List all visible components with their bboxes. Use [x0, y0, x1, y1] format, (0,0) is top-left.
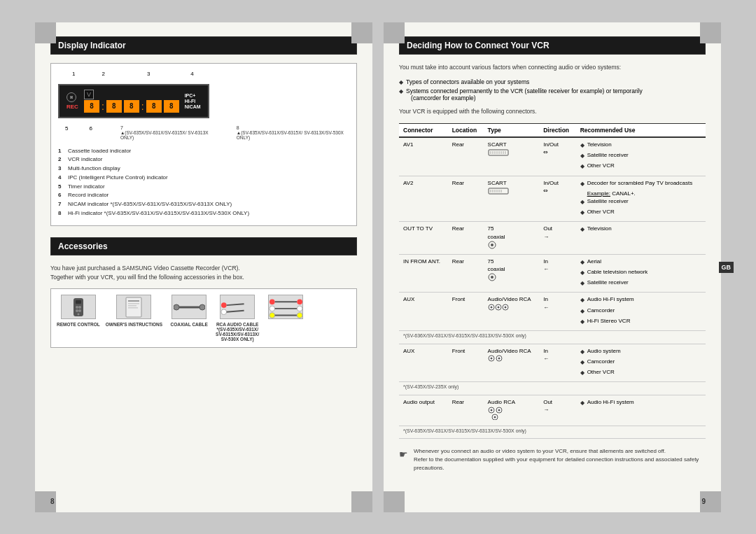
td-aux2-connector: AUX	[399, 344, 448, 382]
page-number-right: 9	[701, 498, 706, 505]
td-outtotv-type: 75coaxial	[484, 222, 540, 255]
label-6: 6	[89, 125, 92, 132]
page-number-left: 8	[50, 498, 55, 505]
svg-point-47	[491, 276, 493, 279]
rca-label: RCA AUDIO CABLE*(SV-635X/SV-631X/SV-6315…	[216, 322, 259, 342]
cassette-icon: ◙	[66, 92, 76, 102]
td-av2-use: ◆Decoder for scrambled Pay TV broadcasts…	[576, 176, 706, 222]
svg-point-4	[76, 309, 78, 312]
vcr-right-labels: IPC+ HI-FI NICAM	[185, 93, 201, 109]
connect-title: Deciding How to Connect Your VCR	[407, 41, 550, 50]
th-direction: Direction	[539, 124, 575, 138]
seg-5: 8	[164, 100, 179, 113]
td-av2-connector: AV2	[399, 176, 448, 222]
svg-point-45	[491, 244, 493, 246]
note-icon: ☛	[399, 447, 408, 472]
corner-br	[351, 491, 372, 512]
svg-point-19	[270, 300, 275, 305]
remote-label: REMOTE CONTROL	[57, 322, 100, 327]
indicator-list: 1Cassette loaded indicator 2VCR indicato…	[58, 147, 349, 218]
label-7: 7	[120, 125, 216, 130]
gb-badge: GB	[719, 262, 734, 273]
bullet-text-1: Types of connectors available on your sy…	[406, 78, 529, 85]
td-outtotv-use: ◆Television	[576, 222, 706, 255]
equipped-text: Your VCR is equipped with the following …	[399, 107, 706, 116]
td-audioout-direction: Out→	[539, 395, 575, 426]
bullet-1: ◆ Types of connectors available on your …	[399, 78, 706, 85]
td-infromant-connector: IN FROM ANT.	[399, 254, 448, 293]
nicam-label: NICAM	[185, 104, 201, 109]
acc-coaxial: COAXIAL CABLE	[168, 295, 210, 342]
svg-point-25	[298, 300, 303, 305]
note-text-2: Refer to the documentation supplied with…	[414, 456, 706, 472]
note-8-block: 8 ▲(SV-635X/SV-631X/SV-6315X/ SV-6313X/S…	[237, 125, 349, 140]
th-location: Location	[448, 124, 484, 138]
svg-point-6	[77, 313, 79, 315]
td-aux2-direction: In←	[539, 344, 575, 382]
svg-point-53	[504, 306, 506, 308]
td-aux1-direction: In←	[539, 293, 575, 331]
td-aux1-use: ◆Audio Hi-Fi system ◆Camcorder ◆Hi-Fi St…	[576, 293, 706, 331]
td-av1-connector: AV1	[399, 137, 448, 176]
td-aux2-type: Audio/Video RCA	[484, 344, 540, 382]
svg-point-61	[498, 409, 500, 412]
svg-rect-37	[489, 188, 508, 194]
label-4: 4	[190, 71, 193, 77]
seg-colon-1: :	[102, 101, 104, 112]
ind-item-8: 8Hi-Fi indicator *(SV-635X/SV-631X/SV-63…	[58, 209, 349, 218]
svg-point-51	[497, 306, 499, 308]
display-indicator-title: Display Indicator	[58, 41, 126, 50]
label-5: 5	[65, 125, 68, 132]
ind-item-4: 4IPC (Intelligent Picture Control) indic…	[58, 174, 349, 183]
coaxial-label: COAXIAL CABLE	[170, 322, 207, 327]
page-left: Display Indicator 1 2 3 4 ◙ REC V	[35, 22, 372, 512]
table-row-av2: AV2 Rear SCART In/Out⇔ ◆Decoder for scra…	[399, 176, 706, 222]
th-connector: Connector	[399, 124, 448, 138]
aux2-subnote: *(SV-435X/SV-235X only)	[399, 382, 706, 395]
ind-item-5: 5Timer indicator	[58, 183, 349, 192]
manual-icon	[116, 295, 151, 319]
svg-point-49	[490, 306, 492, 308]
note-7-text: ▲(SV-635X/SV-631X/SV-6315X/ SV-6313X ONL…	[120, 130, 216, 140]
svg-point-21	[270, 313, 275, 318]
bullet-2: ◆ Systems connected permanently to the V…	[399, 87, 706, 101]
acc-remote: REMOTE CONTROL	[57, 295, 100, 342]
hifi-label: HI-FI	[185, 99, 201, 104]
bullet-diamond-1: ◆	[399, 79, 403, 85]
audioout-subnote: *(SV-635X/SV-631X/SV-6315X/SV-6313X/SV-5…	[399, 426, 706, 439]
table-row-aux2-subnote: *(SV-435X/SV-235X only)	[399, 382, 706, 395]
ipc-label: IPC+	[185, 93, 201, 98]
svg-point-63	[493, 416, 496, 419]
vcr-num-labels-top: 1 2 3 4	[72, 71, 349, 77]
seg-3: 8	[124, 100, 139, 113]
svg-point-2	[76, 306, 78, 309]
accessories-intro: You have just purchased a SAMSUNG Video …	[50, 264, 357, 282]
td-aux1-connector: AUX	[399, 293, 448, 331]
td-aux2-location: Front	[448, 344, 484, 382]
svg-point-59	[490, 409, 492, 412]
svg-rect-11	[128, 307, 138, 309]
td-av1-type: SCART	[484, 137, 540, 176]
note-content: Whenever you connect an audio or video s…	[414, 447, 706, 472]
connector-table: Connector Location Type Direction Recomm…	[399, 123, 706, 439]
svg-rect-8	[128, 300, 139, 302]
td-infromant-use: ◆Aerial ◆Cable television network ◆Satel…	[576, 254, 706, 293]
td-aux2-use: ◆Audio system ◆Camcorder ◆Other VCR	[576, 344, 706, 382]
td-aux1-location: Front	[448, 293, 484, 331]
td-outtotv-location: Rear	[448, 222, 484, 255]
table-row-audioout-subnote: *(SV-635X/SV-631X/SV-6315X/SV-6313X/SV-5…	[399, 426, 706, 439]
seg-2: 8	[106, 100, 122, 113]
note-8-text: ▲(SV-635X/SV-631X/SV-6315X/ SV-6313X/SV-…	[237, 130, 349, 140]
table-row-infromant: IN FROM ANT. Rear 75coaxial In← ◆Aerial …	[399, 254, 706, 293]
ind-item-3: 3Multi-function display	[58, 164, 349, 174]
td-av1-location: Rear	[448, 137, 484, 176]
acc-rca: RCA AUDIO CABLE*(SV-635X/SV-631X/SV-6315…	[216, 295, 259, 342]
seg-colon-2: :	[141, 101, 144, 112]
corner-tr-r	[700, 22, 721, 43]
td-audioout-use: ◆Audio Hi-Fi system	[576, 395, 706, 426]
label-1: 1	[72, 71, 75, 77]
svg-rect-9	[128, 303, 139, 304]
svg-line-18	[227, 311, 244, 312]
connect-header: Deciding How to Connect Your VCR	[399, 36, 706, 55]
svg-rect-1	[76, 300, 81, 304]
